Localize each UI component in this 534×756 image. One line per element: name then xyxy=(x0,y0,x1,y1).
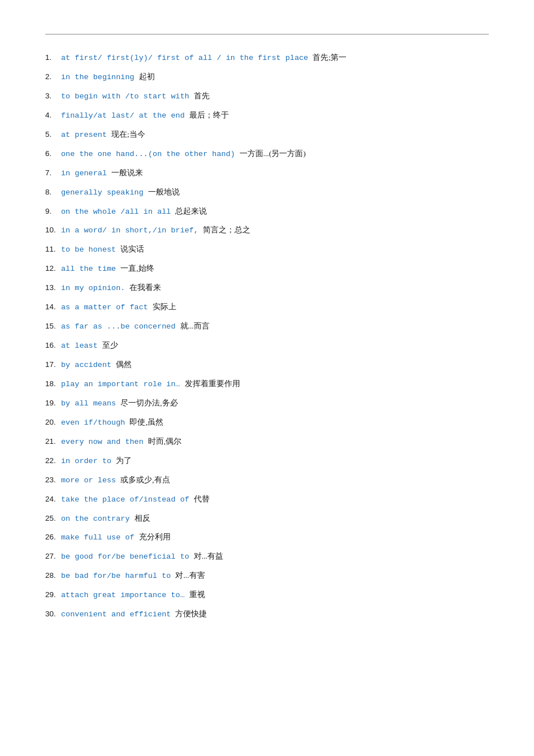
list-item: 13.in my opinion.在我看来 xyxy=(45,282,489,295)
phrase-english: at first/ first(ly)/ first of all / in t… xyxy=(61,52,308,65)
phrase-chinese: 起初 xyxy=(139,71,155,84)
phrase-number: 29. xyxy=(45,589,61,602)
phrase-content: as a matter of fact实际上 xyxy=(61,301,176,314)
phrase-content: by all means尽一切办法,务必 xyxy=(61,397,178,411)
list-item: 24.take the place of/instead of代替 xyxy=(45,493,489,507)
phrase-english: one the one hand...(on the other hand) xyxy=(61,148,235,161)
phrase-content: in order to为了 xyxy=(61,455,132,468)
phrase-number: 15. xyxy=(45,320,61,333)
phrase-english: make full use of xyxy=(61,532,134,545)
phrase-content: generally speaking一般地说 xyxy=(61,186,180,200)
list-item: 22.in order to为了 xyxy=(45,455,489,468)
phrase-chinese: 偶然 xyxy=(116,358,132,371)
phrase-content: play an important role in…发挥着重要作用 xyxy=(61,378,240,391)
phrase-english: all the time xyxy=(61,263,116,276)
phrase-number: 30. xyxy=(45,608,61,621)
phrase-number: 18. xyxy=(45,378,61,391)
phrase-number: 13. xyxy=(45,282,61,295)
list-item: 5.at present现在;当今 xyxy=(45,128,489,142)
phrase-chinese: 对...有益 xyxy=(194,550,223,563)
list-item: 9.on the whole /all in all总起来说 xyxy=(45,205,489,219)
phrase-chinese: 就...而言 xyxy=(180,320,210,333)
phrase-number: 6. xyxy=(45,148,61,161)
list-item: 3.to begin with /to start with首先 xyxy=(45,90,489,103)
phrase-chinese: 一般地说 xyxy=(148,186,180,199)
phrase-english: even if/though xyxy=(61,417,125,430)
list-item: 6.one the one hand...(on the other hand)… xyxy=(45,148,489,161)
phrase-content: more or less或多或少,有点 xyxy=(61,474,170,487)
list-item: 26.make full use of充分利用 xyxy=(45,531,489,545)
list-item: 18.play an important role in…发挥着重要作用 xyxy=(45,378,489,391)
phrase-english: take the place of/instead of xyxy=(61,494,189,507)
phrase-number: 16. xyxy=(45,339,61,352)
phrase-english: by all means xyxy=(61,398,116,411)
phrase-chinese: 最后；终于 xyxy=(189,109,229,122)
list-item: 8.generally speaking一般地说 xyxy=(45,186,489,200)
phrase-content: attach great importance to…重视 xyxy=(61,589,205,602)
phrase-number: 24. xyxy=(45,493,61,506)
list-item: 1.at first/ first(ly)/ first of all / in… xyxy=(45,51,489,65)
phrase-chinese: 首先;第一 xyxy=(312,51,346,64)
phrase-number: 17. xyxy=(45,358,61,371)
phrase-number: 27. xyxy=(45,550,61,563)
phrase-number: 2. xyxy=(45,71,61,84)
phrase-chinese: 重视 xyxy=(189,589,205,602)
phrase-content: at present现在;当今 xyxy=(61,128,145,142)
phrase-content: in a word/ in short,/in brief,简言之；总之 xyxy=(61,224,250,237)
phrase-number: 21. xyxy=(45,435,61,448)
phrase-number: 4. xyxy=(45,109,61,122)
list-item: 29.attach great importance to…重视 xyxy=(45,589,489,602)
phrase-content: in my opinion.在我看来 xyxy=(61,282,161,295)
phrase-chinese: 一方面...(另一方面) xyxy=(240,148,306,161)
phrase-english: as a matter of fact xyxy=(61,301,148,314)
phrase-chinese: 现在;当今 xyxy=(111,128,145,141)
phrase-number: 14. xyxy=(45,301,61,314)
list-item: 25.on the contrary相反 xyxy=(45,512,489,526)
phrase-number: 25. xyxy=(45,512,61,525)
phrase-english: at present xyxy=(61,129,107,142)
phrase-english: play an important role in… xyxy=(61,378,180,391)
list-item: 30.convenient and efficient方便快捷 xyxy=(45,608,489,621)
list-item: 12.all the time一直,始终 xyxy=(45,262,489,276)
phrase-english: in order to xyxy=(61,455,111,468)
phrase-content: all the time一直,始终 xyxy=(61,262,154,276)
phrase-chinese: 对...有害 xyxy=(175,569,205,582)
phrase-number: 23. xyxy=(45,474,61,487)
phrase-number: 3. xyxy=(45,90,61,103)
phrase-english: in the beginning xyxy=(61,71,134,84)
phrase-english: in general xyxy=(61,167,107,180)
phrase-content: in general一般说来 xyxy=(61,167,143,180)
phrase-content: be good for/be beneficial to对...有益 xyxy=(61,550,223,564)
phrase-english: to be honest xyxy=(61,244,116,257)
phrase-number: 11. xyxy=(45,243,61,256)
phrase-english: more or less xyxy=(61,474,116,487)
phrase-content: at least至少 xyxy=(61,339,118,353)
phrase-number: 19. xyxy=(45,397,61,410)
list-item: 23.more or less或多或少,有点 xyxy=(45,474,489,487)
list-item: 20.even if/though即使,虽然 xyxy=(45,416,489,430)
phrase-content: on the whole /all in all总起来说 xyxy=(61,205,207,219)
phrase-number: 22. xyxy=(45,455,61,468)
phrase-chinese: 在我看来 xyxy=(129,282,161,295)
phrase-chinese: 发挥着重要作用 xyxy=(185,378,240,391)
phrase-english: every now and then xyxy=(61,436,144,449)
phrase-content: at first/ first(ly)/ first of all / in t… xyxy=(61,51,346,65)
phrase-english: convenient and efficient xyxy=(61,608,171,621)
phrase-english: by accident xyxy=(61,359,111,372)
list-item: 14.as a matter of fact实际上 xyxy=(45,301,489,314)
list-item: 10.in a word/ in short,/in brief,简言之；总之 xyxy=(45,224,489,237)
phrase-list: 1.at first/ first(ly)/ first of all / in… xyxy=(45,51,489,621)
phrase-chinese: 实际上 xyxy=(153,301,176,314)
phrase-chinese: 为了 xyxy=(116,455,132,468)
phrase-english: generally speaking xyxy=(61,187,144,200)
phrase-content: finally/at last/ at the end最后；终于 xyxy=(61,109,229,123)
phrase-chinese: 总起来说 xyxy=(175,205,207,218)
phrase-english: to begin with /to start with xyxy=(61,90,189,103)
phrase-number: 26. xyxy=(45,531,61,544)
phrase-content: take the place of/instead of代替 xyxy=(61,493,210,507)
phrase-number: 5. xyxy=(45,128,61,141)
phrase-content: make full use of充分利用 xyxy=(61,531,171,545)
phrase-content: on the contrary相反 xyxy=(61,512,150,526)
list-item: 11.to be honest说实话 xyxy=(45,243,489,257)
phrase-chinese: 时而,偶尔 xyxy=(148,435,181,448)
